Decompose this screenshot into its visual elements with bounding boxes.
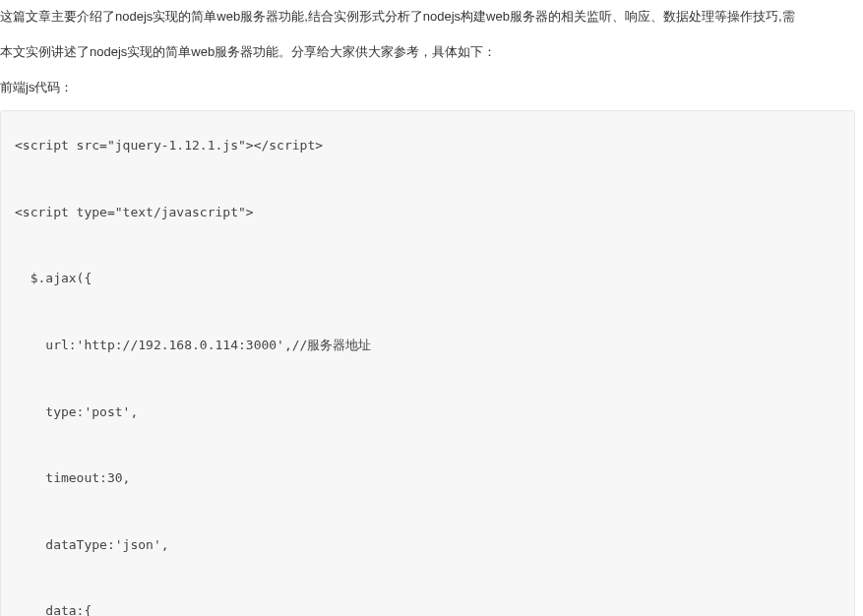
article-intro: 这篇文章主要介绍了nodejs实现的简单web服务器功能,结合实例形式分析了no… [0,6,863,28]
code-line: url:'http://192.168.0.114:3000',//服务器地址 [15,338,371,352]
code-line: type:'post', [15,404,138,419]
code-block: <script src="jquery-1.12.1.js"></script>… [0,110,855,616]
code-line: $.ajax({ [15,271,92,285]
code-line: <script type="text/javascript"> [15,205,254,219]
code-line: timeout:30, [15,470,130,485]
code-line: <script src="jquery-1.12.1.js"></script> [15,138,323,153]
code-label: 前端js代码： [0,77,863,98]
code-line: data:{ [15,603,92,616]
article-description: 本文实例讲述了nodejs实现的简单web服务器功能。分享给大家供大家参考，具体… [0,41,863,63]
code-line: dataType:'json', [15,537,169,552]
